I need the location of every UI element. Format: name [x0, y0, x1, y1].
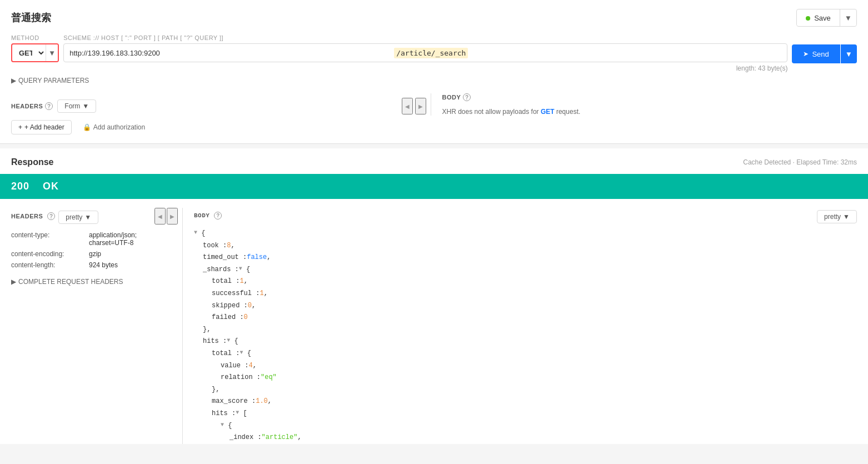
val-index: "article" [262, 432, 298, 444]
header-key-content-length: content-length: [11, 261, 89, 269]
headers-label: HEADERS ? [11, 102, 53, 110]
code-line-close-hits-total: }, [194, 384, 857, 396]
resp-headers-toolbar: HEADERS ? pretty ▼ ◀ ▶ [11, 208, 178, 224]
save-label: Save [814, 14, 831, 22]
val-successful: 1 [260, 288, 263, 300]
resp-headers-help-icon[interactable]: ? [47, 212, 55, 220]
resp-collapse-left-button[interactable]: ◀ [154, 208, 166, 224]
code-line-item: ▼ { [194, 420, 857, 432]
body-request-text: request. [556, 108, 580, 116]
xhr-text: XHR does not allow payloads for [442, 108, 541, 116]
top-section: 普通搜索 Save ▼ METHOD GET POST PUT DELETE ▼ [0, 0, 868, 144]
val-max-score: 1.0 [256, 396, 268, 408]
code-line-successful: successful : 1 , [194, 288, 857, 300]
method-select-wrap: GET POST PUT DELETE ▼ [11, 43, 59, 62]
request-body-section: BODY ? XHR does not allow payloads for G… [431, 93, 857, 116]
resp-headers-label: HEADERS ? [11, 212, 55, 220]
resp-body-chevron-icon: ▼ [843, 213, 850, 221]
method-dropdown-button[interactable]: ▼ [46, 44, 58, 61]
resp-body-toolbar: BODY ? pretty ▼ [194, 208, 857, 223]
header-key-content-encoding: content-encoding: [11, 250, 89, 258]
add-authorization-button[interactable]: 🔒 Add authorization [83, 123, 145, 131]
send-button[interactable]: ➤ Send [792, 44, 840, 63]
response-body-section: BODY ? pretty ▼ ▼ { took : 8 , [182, 208, 857, 444]
url-group: SCHEME :// HOST [ ":" PORT ] [ PATH [ "?… [63, 34, 787, 72]
val-value: 4 [248, 360, 252, 372]
header-row-content-encoding: content-encoding: gzip [11, 250, 178, 258]
code-line-close-shards: }, [194, 324, 857, 336]
resp-body-pretty-button[interactable]: pretty ▼ [817, 210, 857, 223]
save-button[interactable]: Save [797, 11, 840, 26]
collapse-right-button[interactable]: ▶ [415, 98, 426, 114]
key-shards: _shards : [203, 264, 239, 276]
code-line-shards: _shards : ▼ { [194, 264, 857, 276]
header-row-content-type: content-type: application/json; charset=… [11, 231, 178, 247]
url-input-wrap: /article/_search [63, 43, 787, 62]
response-headers-panel: HEADERS ? pretty ▼ ◀ ▶ content-type: app [11, 208, 178, 286]
nav-arrows: ◀ ▶ [402, 98, 426, 114]
headers-left: HEADERS ? Form ▼ [11, 99, 96, 113]
response-content: HEADERS ? pretty ▼ ◀ ▶ content-type: app [11, 208, 857, 444]
cache-info: Cache Detected · Elapsed Time: 32ms [743, 158, 857, 166]
status-bar: 200 OK [0, 174, 868, 199]
comma-skipped: , [252, 300, 256, 312]
key-skipped: skipped : [212, 300, 248, 312]
close-brace-hits-total: }, [212, 384, 220, 396]
key-index: _index : [230, 432, 262, 444]
open-brace-hits-total: { [243, 348, 251, 360]
resp-headers-label-text: HEADERS [11, 213, 43, 219]
complete-req-chevron-icon: ▶ [11, 278, 16, 286]
comma-successful: , [264, 288, 268, 300]
val-took: 8 [227, 240, 231, 252]
response-header-table: content-type: application/json; charset=… [11, 231, 178, 269]
response-body-code: ▼ { took : 8 , timed_out : false , _shar… [194, 228, 857, 444]
body-help-icon[interactable]: ? [463, 93, 471, 101]
open-brace-1: { [197, 228, 205, 240]
val-relation: "eq" [261, 372, 277, 384]
method-label: METHOD [11, 34, 59, 41]
comma-value: , [253, 360, 257, 372]
open-bracket-hits: [ [239, 408, 247, 420]
complete-req-label: COMPLETE REQUEST HEADERS [18, 278, 123, 286]
send-dropdown-button[interactable]: ▼ [841, 44, 857, 63]
send-button-group: ➤ Send ▼ [792, 44, 857, 63]
url-label: SCHEME :// HOST [ ":" PORT ] [ PATH [ "?… [63, 34, 787, 41]
open-brace-item: { [224, 420, 232, 432]
open-brace-hits: { [230, 336, 238, 348]
add-header-button[interactable]: + + Add header [11, 120, 72, 134]
key-hits-total: total : [212, 348, 240, 360]
query-params-expand-button[interactable]: ▶ QUERY PARAMETERS [11, 77, 89, 84]
code-line-failed: failed : 0 [194, 312, 857, 324]
url-base-input[interactable] [64, 49, 394, 57]
query-params-row: ▶ QUERY PARAMETERS [11, 77, 857, 84]
resp-headers-pretty-button[interactable]: pretty ▼ [58, 211, 98, 224]
method-select[interactable]: GET POST PUT DELETE [12, 48, 46, 58]
status-ok-text: OK [43, 181, 59, 192]
get-highlight: GET [541, 108, 555, 116]
add-header-label: + Add header [24, 123, 64, 131]
resp-headers-label-wrap: HEADERS ? pretty ▼ [11, 208, 98, 224]
code-line-hits-total: total : ▼ { [194, 348, 857, 360]
body-label-text: BODY [442, 94, 461, 101]
key-value: value : [221, 360, 248, 372]
save-dropdown-button[interactable]: ▼ [840, 11, 856, 26]
status-code: 200 [11, 181, 29, 192]
collapse-left-button[interactable]: ◀ [402, 98, 413, 114]
key-total: total : [212, 276, 240, 288]
headers-help-icon[interactable]: ? [45, 102, 53, 110]
key-failed: failed : [212, 312, 244, 324]
pretty-chevron-icon: ▼ [84, 213, 91, 221]
resp-body-help-icon[interactable]: ? [214, 212, 222, 219]
resp-body-label-text: BODY [194, 212, 209, 219]
page-title: 普通搜索 [11, 11, 51, 24]
form-button[interactable]: Form ▼ [57, 99, 96, 113]
complete-request-headers-button[interactable]: ▶ COMPLETE REQUEST HEADERS [11, 278, 123, 286]
code-line-relation: relation : "eq" [194, 372, 857, 384]
send-arrow-icon: ➤ [803, 50, 809, 58]
resp-collapse-right-button[interactable]: ▶ [167, 208, 178, 224]
val-timed-out: false [247, 252, 267, 264]
val-skipped: 0 [248, 300, 252, 312]
key-hits: hits : [203, 336, 227, 348]
plus-icon: + [18, 123, 22, 131]
comma-max-score: , [268, 396, 272, 408]
